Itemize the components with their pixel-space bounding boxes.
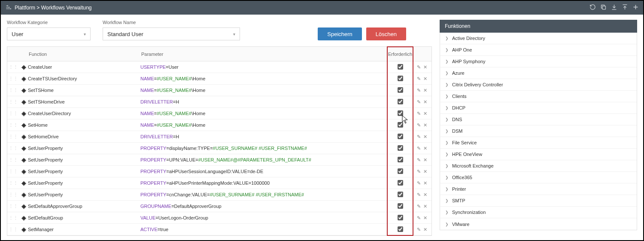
function-name: CreateTSUserDirectory bbox=[28, 76, 140, 81]
remove-icon[interactable]: ✕ bbox=[423, 157, 427, 163]
required-cell bbox=[388, 87, 413, 94]
workflow-name-value: Standard User bbox=[107, 31, 143, 37]
required-checkbox[interactable] bbox=[398, 192, 403, 197]
drag-handle-icon[interactable]: ⋮⋮ bbox=[7, 111, 19, 116]
drag-handle-icon[interactable]: ⋮⋮ bbox=[7, 180, 19, 186]
chevron-right-icon: ❯ bbox=[445, 71, 449, 75]
chevron-right-icon: ❯ bbox=[445, 117, 449, 122]
required-checkbox[interactable] bbox=[398, 168, 403, 174]
function-category-item[interactable]: ❯Clients bbox=[440, 91, 637, 102]
upload-icon[interactable] bbox=[622, 4, 628, 12]
required-checkbox[interactable] bbox=[398, 157, 403, 162]
drag-handle-icon[interactable]: ⋮⋮ bbox=[7, 157, 19, 163]
function-category-item[interactable]: ❯Office365 bbox=[440, 172, 637, 183]
menu-icon[interactable] bbox=[5, 4, 11, 12]
function-category-item[interactable]: ❯AHP Symphony bbox=[440, 56, 637, 67]
function-category-item[interactable]: ❯DHCP bbox=[440, 102, 637, 114]
function-category-item[interactable]: ❯VMware bbox=[440, 218, 637, 230]
function-category-item[interactable]: ❯AHP One bbox=[440, 44, 637, 56]
remove-icon[interactable]: ✕ bbox=[423, 146, 427, 151]
save-button[interactable]: Speichern bbox=[318, 27, 362, 40]
refresh-icon[interactable] bbox=[589, 4, 596, 12]
drag-handle-icon[interactable]: ⋮⋮ bbox=[7, 192, 19, 198]
function-category-label: DSM bbox=[452, 128, 462, 134]
edit-icon[interactable]: ✎ bbox=[417, 122, 421, 128]
delete-button[interactable]: Löschen bbox=[366, 27, 406, 40]
required-checkbox[interactable] bbox=[398, 226, 403, 232]
remove-icon[interactable]: ✕ bbox=[423, 134, 427, 140]
puzzle-icon bbox=[19, 64, 28, 70]
category-select[interactable]: User ▾ bbox=[7, 27, 91, 40]
edit-icon[interactable]: ✎ bbox=[417, 157, 421, 163]
required-checkbox[interactable] bbox=[398, 203, 403, 209]
table-row: ⋮⋮SetDefaultApproverGroupGROUPNAME=Defau… bbox=[7, 201, 431, 212]
remove-icon[interactable]: ✕ bbox=[423, 169, 427, 174]
edit-icon[interactable]: ✎ bbox=[417, 99, 421, 105]
function-category-item[interactable]: ❯Active Directory bbox=[440, 33, 637, 44]
edit-icon[interactable]: ✎ bbox=[417, 146, 421, 151]
remove-icon[interactable]: ✕ bbox=[423, 192, 427, 198]
required-checkbox[interactable] bbox=[398, 145, 403, 151]
workflow-table: Function Parameter Erforderlich ⋮⋮Create… bbox=[7, 46, 432, 236]
copy-icon[interactable] bbox=[600, 4, 607, 12]
required-checkbox[interactable] bbox=[398, 122, 403, 128]
function-category-item[interactable]: ❯Synchronization bbox=[440, 207, 637, 218]
drag-handle-icon[interactable]: ⋮⋮ bbox=[7, 227, 19, 232]
required-checkbox[interactable] bbox=[398, 215, 403, 220]
required-checkbox[interactable] bbox=[398, 134, 403, 139]
edit-icon[interactable]: ✎ bbox=[417, 227, 421, 232]
remove-icon[interactable]: ✕ bbox=[423, 215, 427, 221]
edit-icon[interactable]: ✎ bbox=[417, 76, 421, 82]
remove-icon[interactable]: ✕ bbox=[423, 99, 427, 105]
remove-icon[interactable]: ✕ bbox=[423, 88, 427, 93]
remove-icon[interactable]: ✕ bbox=[423, 122, 427, 128]
drag-handle-icon[interactable]: ⋮⋮ bbox=[7, 122, 19, 128]
required-checkbox[interactable] bbox=[398, 76, 403, 81]
function-category-item[interactable]: ❯Microsoft Exchange bbox=[440, 160, 637, 172]
workflow-name-select[interactable]: Standard User ▾ bbox=[103, 27, 240, 40]
functions-panel-title: Funktionen bbox=[440, 20, 637, 33]
function-category-item[interactable]: ❯SMTP bbox=[440, 195, 637, 207]
required-checkbox[interactable] bbox=[398, 110, 403, 116]
function-category-item[interactable]: ❯File Service bbox=[440, 137, 637, 149]
drag-handle-icon[interactable]: ⋮⋮ bbox=[7, 215, 19, 221]
required-checkbox[interactable] bbox=[398, 180, 403, 186]
remove-icon[interactable]: ✕ bbox=[423, 227, 427, 232]
edit-icon[interactable]: ✎ bbox=[417, 215, 421, 221]
required-cell bbox=[388, 226, 413, 233]
remove-icon[interactable]: ✕ bbox=[423, 76, 427, 82]
edit-icon[interactable]: ✎ bbox=[417, 204, 421, 209]
required-checkbox[interactable] bbox=[398, 64, 403, 70]
drag-handle-icon[interactable]: ⋮⋮ bbox=[7, 204, 19, 209]
edit-icon[interactable]: ✎ bbox=[417, 134, 421, 140]
add-icon[interactable] bbox=[632, 4, 639, 12]
puzzle-icon bbox=[19, 204, 28, 209]
function-category-item[interactable]: ❯Citrix Delivery Controller bbox=[440, 79, 637, 91]
function-category-item[interactable]: ❯Azure bbox=[440, 67, 637, 79]
drag-handle-icon[interactable]: ⋮⋮ bbox=[7, 134, 19, 140]
function-category-item[interactable]: ❯DSM bbox=[440, 125, 637, 137]
edit-icon[interactable]: ✎ bbox=[417, 180, 421, 186]
drag-handle-icon[interactable]: ⋮⋮ bbox=[7, 146, 19, 151]
function-category-item[interactable]: ❯HPE OneView bbox=[440, 149, 637, 160]
remove-icon[interactable]: ✕ bbox=[423, 111, 427, 116]
drag-handle-icon[interactable]: ⋮⋮ bbox=[7, 64, 19, 70]
download-icon[interactable] bbox=[611, 4, 617, 12]
remove-icon[interactable]: ✕ bbox=[423, 64, 427, 70]
edit-icon[interactable]: ✎ bbox=[417, 111, 421, 116]
function-category-item[interactable]: ❯Printer bbox=[440, 183, 637, 195]
col-parameter: Parameter bbox=[140, 52, 388, 57]
drag-handle-icon[interactable]: ⋮⋮ bbox=[7, 88, 19, 93]
edit-icon[interactable]: ✎ bbox=[417, 88, 421, 93]
required-checkbox[interactable] bbox=[398, 87, 403, 93]
edit-icon[interactable]: ✎ bbox=[417, 64, 421, 70]
remove-icon[interactable]: ✕ bbox=[423, 204, 427, 209]
remove-icon[interactable]: ✕ bbox=[423, 180, 427, 186]
drag-handle-icon[interactable]: ⋮⋮ bbox=[7, 76, 19, 82]
required-checkbox[interactable] bbox=[398, 99, 403, 104]
function-category-item[interactable]: ❯DNS bbox=[440, 114, 637, 125]
drag-handle-icon[interactable]: ⋮⋮ bbox=[7, 169, 19, 174]
edit-icon[interactable]: ✎ bbox=[417, 192, 421, 198]
drag-handle-icon[interactable]: ⋮⋮ bbox=[7, 99, 19, 105]
edit-icon[interactable]: ✎ bbox=[417, 169, 421, 174]
